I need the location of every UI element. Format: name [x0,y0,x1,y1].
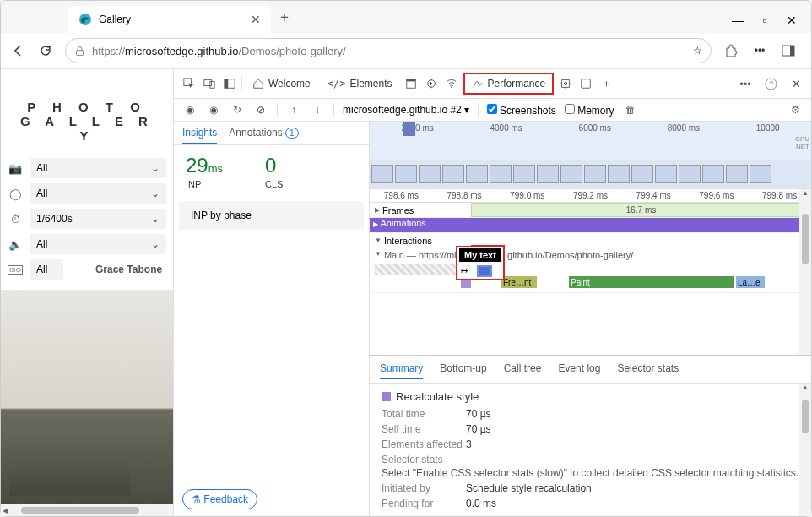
download-icon[interactable]: ↓ [310,102,325,117]
application-icon[interactable] [577,75,594,92]
url-bar[interactable]: https://microsoftedge.github.io/Demos/ph… [65,38,712,63]
menu-icon[interactable]: ••• [752,43,767,58]
svg-text:?: ? [769,79,773,88]
close-window-button[interactable]: ✕ [786,14,798,26]
sidebar-icon[interactable] [781,43,796,58]
screenshot-thumb[interactable] [371,165,393,183]
svg-rect-3 [790,46,794,56]
memory-checkbox[interactable]: Memory [565,104,614,117]
overview-strip[interactable]: 2000 ms 4000 ms 6000 ms 8000 ms 10000 CP… [370,122,811,189]
svg-rect-1 [76,50,83,55]
interactions-row[interactable]: ▼Interactions [370,233,811,248]
tab-calltree[interactable]: Call tree [504,359,542,379]
network-icon[interactable] [443,75,460,92]
gallery-panel: P H O T O G A L L E R Y 📷 All⌄ ◯ All⌄ ⏱ … [1,69,174,516]
event-layer[interactable]: La…e [736,276,765,288]
timer-icon: ⏱ [8,213,23,226]
filter-iso[interactable]: All [30,259,63,280]
more-icon[interactable]: ••• [737,75,754,92]
devtools-panel: Welcome </>Elements Performance ＋ ••• ? … [174,69,811,516]
net-label: NET [795,143,809,150]
tab-summary[interactable]: Summary [380,359,423,379]
annotation-box[interactable]: My text ↦ [456,245,505,280]
main-thread-label[interactable]: ▼Main — https://microsoftedge.github.io/… [370,248,811,262]
svg-rect-13 [562,80,570,88]
color-swatch [382,392,391,401]
settings-icon[interactable]: ⚙ [788,102,803,117]
dock-icon[interactable] [221,75,238,92]
selector-stats-note: Select "Enable CSS selector stats (slow)… [382,467,799,479]
record-icon[interactable]: ◉ [182,102,198,117]
back-button[interactable] [11,43,26,58]
cls-label: CLS [265,179,283,189]
camera-icon: 📷 [8,162,23,175]
tab-elements[interactable]: </>Elements [321,74,399,93]
event-frame[interactable]: Fre…nt [501,276,537,288]
tab-annotations[interactable]: Annotations 1 [229,127,298,144]
inp-by-phase[interactable]: INP by phase [179,201,364,230]
idle-region [375,264,459,275]
star-icon[interactable]: ☆ [693,45,702,57]
tab-bottomup[interactable]: Bottom-up [440,359,486,379]
reload-record-icon[interactable]: ◉ [206,102,221,117]
animations-row[interactable]: ▶ Animations [370,218,811,233]
trash-icon[interactable]: 🗑 [623,102,638,117]
event-paint[interactable]: Paint [569,276,734,288]
help-icon[interactable]: ? [762,75,779,92]
tab-performance[interactable]: Performance [463,73,555,95]
refresh-button[interactable] [38,43,53,58]
console-icon[interactable] [423,75,440,92]
volume-icon: 🔈 [8,238,23,251]
devtools-toolbar: ◉ ◉ ↻ ⊘ ↑ ↓ microsoftedge.github.io #2▾ … [174,99,811,122]
extensions-icon[interactable] [723,43,739,58]
maximize-button[interactable]: ▫ [759,14,771,26]
timeline-scrollbar[interactable]: ▲ [799,189,811,355]
svg-rect-6 [210,81,214,88]
filter-camera[interactable]: All⌄ [30,158,166,178]
sources-icon[interactable] [403,75,420,92]
annotation-target[interactable] [477,265,492,277]
scrollbar-thumb[interactable] [21,507,139,514]
add-tab-icon[interactable]: ＋ [598,75,614,92]
filter-aperture[interactable]: All⌄ [30,183,166,204]
svg-rect-10 [406,79,415,82]
memory-icon[interactable] [557,75,574,92]
tab-title: Gallery [99,14,244,25]
browser-tab[interactable]: Gallery ✕ [68,6,271,33]
svg-rect-8 [225,79,228,89]
tab-selectorstats[interactable]: Selector stats [617,359,679,379]
gallery-photo[interactable] [1,290,173,504]
details-panel: Summary Bottom-up Call tree Event log Se… [370,355,811,516]
reload-icon[interactable]: ↻ [230,102,245,117]
inspect-icon[interactable] [181,75,198,92]
target-select[interactable]: microsoftedge.github.io #2▾ [343,104,469,116]
device-icon[interactable] [201,75,218,92]
feedback-button[interactable]: ⚗ Feedback [182,489,257,509]
horizontal-scrollbar[interactable]: ◀ [1,504,173,516]
frames-row[interactable]: ▶Frames 16.7 ms [370,203,811,218]
frames-bar[interactable]: 16.7 ms [471,203,811,217]
tab-welcome[interactable]: Welcome [246,74,317,93]
tab-insights[interactable]: Insights [182,127,217,144]
flame-chart[interactable]: 798.6 ms 798.8 ms 799.0 ms 799.2 ms 799.… [370,189,811,355]
tab-eventlog[interactable]: Event log [558,359,600,379]
chevron-down-icon: ⌄ [151,238,160,250]
overview-selection[interactable] [403,122,415,136]
titlebar: Gallery ✕ ＋ — ▫ ✕ [1,1,811,33]
details-title: Recalculate style [396,390,479,403]
clear-icon[interactable]: ⊘ [253,102,268,117]
close-tab-icon[interactable]: ✕ [251,13,261,26]
new-tab-button[interactable]: ＋ [278,8,291,26]
upload-icon[interactable]: ↑ [286,102,301,117]
screenshots-checkbox[interactable]: Screenshots [487,104,556,117]
edge-favicon [78,13,92,26]
filter-sound[interactable]: All⌄ [30,234,166,254]
close-devtools-icon[interactable]: ✕ [788,75,804,92]
svg-point-12 [451,87,452,89]
minimize-button[interactable]: — [732,14,744,26]
filter-shutter[interactable]: 1/6400s⌄ [30,209,166,229]
details-scrollbar[interactable]: ▲ [799,384,811,516]
cls-value: 0 [265,154,276,177]
inp-label: INP [186,179,223,189]
insights-panel: Insights Annotations 1 29ms INP 0 CLS [174,122,370,516]
